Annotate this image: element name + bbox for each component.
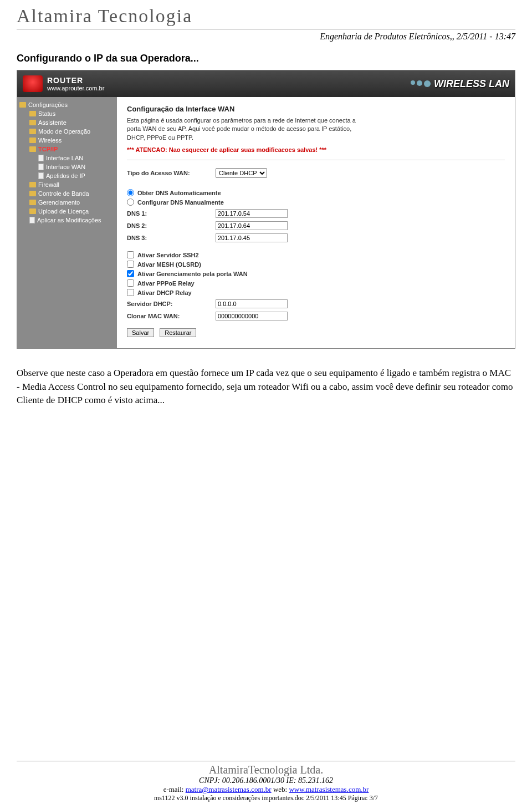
sidebar-item-label: Aplicar as Modificações — [37, 217, 101, 223]
page-icon — [38, 172, 44, 179]
sidebar-item[interactable]: Interface LAN — [19, 154, 115, 162]
header-meta: Engenharia de Produtos Eletrônicos,, 2/5… — [17, 32, 515, 42]
page-icon — [38, 164, 44, 170]
pppoe-relay-checkbox[interactable] — [127, 279, 134, 287]
footer-cnpj: CNPJ: 00.206.186.0001/30 IE: 85.231.162 — [17, 776, 515, 785]
save-button[interactable]: Salvar — [127, 328, 154, 337]
folder-icon — [29, 182, 36, 187]
sidebar-item[interactable]: Status — [19, 109, 115, 118]
dhcp-relay-checkbox[interactable] — [127, 289, 134, 296]
content-warning: *** ATENCAO: Nao esquecer de aplicar sua… — [127, 146, 505, 153]
sidebar-item-label: Gerenciamento — [38, 199, 80, 206]
folder-icon — [29, 146, 36, 152]
footer-meta: ms1122 v3.0 instalação e considerações i… — [17, 794, 515, 802]
sidebar-item-label: Controle de Banda — [38, 190, 89, 197]
ssh2-checkbox[interactable] — [127, 251, 134, 258]
folder-icon — [29, 208, 36, 214]
sidebar-item-label: Status — [38, 110, 55, 117]
sidebar-item[interactable]: Apelidos de IP — [19, 171, 115, 180]
folder-icon — [29, 191, 36, 196]
wan-type-select[interactable]: Cliente DHCP — [216, 168, 267, 178]
body-paragraph: Observe que neste caso a Operadora em qu… — [17, 367, 515, 408]
dns3-input[interactable] — [216, 233, 288, 242]
signal-dots-icon — [411, 80, 431, 87]
router-sidebar: ConfiguraçõesStatusAssistenteModo de Ope… — [17, 97, 117, 348]
sidebar-item[interactable]: Assistente — [19, 118, 115, 127]
dns-auto-radio[interactable] — [127, 189, 134, 196]
router-brand: ROUTER www.aprouter.com.br — [23, 75, 104, 92]
dns3-label: DNS 3: — [127, 235, 216, 241]
clone-mac-label: Clonar MAC WAN: — [127, 313, 216, 319]
page-footer: AltamiraTecnologia Ltda. CNPJ: 00.206.18… — [17, 761, 515, 802]
folder-icon — [29, 111, 36, 116]
page-icon — [38, 155, 44, 161]
router-banner: ROUTER www.aprouter.com.br WIRELESS LAN — [17, 70, 515, 97]
content-title: Configuração da Interface WAN — [127, 105, 505, 113]
footer-web-link[interactable]: www.matrasistemas.com.br — [289, 785, 369, 793]
page-icon — [29, 217, 35, 223]
sidebar-item-label: TCP/IP — [38, 146, 58, 152]
sidebar-item[interactable]: Modo de Operação — [19, 127, 115, 136]
sidebar-item-label: Interface LAN — [46, 155, 83, 161]
sidebar-item[interactable]: Upload de Licença — [19, 207, 115, 216]
sidebar-item-label: Upload de Licença — [38, 208, 89, 215]
sidebar-item[interactable]: Firewall — [19, 180, 115, 189]
footer-email-label: e-mail: — [163, 785, 186, 793]
pppoe-relay-label: Ativar PPPoE Relay — [137, 280, 195, 287]
folder-icon — [29, 129, 36, 134]
sidebar-item[interactable]: Controle de Banda — [19, 189, 115, 198]
content-intro: Esta página é usada configurar os parâme… — [127, 116, 365, 142]
mesh-checkbox[interactable] — [127, 261, 134, 268]
router-url: www.aprouter.com.br — [47, 85, 104, 91]
folder-icon — [29, 120, 36, 125]
ssh2-label: Ativar Servidor SSH2 — [137, 252, 199, 258]
footer-company: AltamiraTecnologia Ltda. — [17, 764, 515, 776]
sidebar-item-label: Interface WAN — [46, 164, 85, 170]
footer-divider — [17, 761, 515, 761]
sidebar-item[interactable]: Wireless — [19, 136, 115, 145]
wan-type-label: Tipo do Acesso WAN: — [127, 170, 216, 176]
header-divider — [17, 29, 515, 29]
router-content: Configuração da Interface WAN Esta págin… — [117, 97, 515, 348]
sidebar-item-label: Modo de Operação — [38, 128, 90, 135]
router-brand-name: ROUTER — [47, 76, 104, 85]
router-logo-icon — [23, 75, 43, 92]
dns1-input[interactable] — [216, 209, 288, 218]
sidebar-item-label: Assistente — [38, 119, 66, 126]
mesh-label: Ativar MESH (OLSRD) — [137, 261, 201, 268]
folder-icon — [29, 138, 36, 143]
sidebar-item[interactable]: Aplicar as Modificações — [19, 216, 115, 225]
document-title: Altamira Tecnologia — [17, 6, 515, 29]
wan-mgmt-checkbox[interactable] — [127, 270, 134, 277]
section-heading: Configurando o IP da sua Operadora... — [17, 53, 515, 64]
dns1-label: DNS 1: — [127, 210, 216, 217]
sidebar-item-label: Configurações — [28, 101, 68, 108]
dhcp-server-input[interactable] — [216, 299, 288, 308]
footer-email-link[interactable]: matra@matrasistemas.com.br — [186, 785, 272, 793]
sidebar-item[interactable]: Interface WAN — [19, 162, 115, 171]
dns-manual-label: Configurar DNS Manualmente — [137, 199, 224, 206]
router-screenshot: ROUTER www.aprouter.com.br WIRELESS LAN … — [17, 70, 515, 349]
content-divider — [127, 160, 505, 160]
restore-button[interactable]: Restaurar — [160, 328, 196, 337]
sidebar-item[interactable]: TCP/IP — [19, 145, 115, 154]
wireless-lan-label: WIRELESS LAN — [411, 78, 509, 90]
sidebar-item[interactable]: Configurações — [19, 100, 115, 109]
sidebar-item-label: Firewall — [38, 181, 59, 188]
sidebar-item-label: Wireless — [38, 137, 62, 144]
folder-icon — [19, 102, 26, 108]
sidebar-item-label: Apelidos de IP — [46, 172, 85, 179]
clone-mac-input[interactable] — [216, 312, 288, 320]
dhcp-relay-label: Ativar DHCP Relay — [137, 289, 192, 296]
dhcp-server-label: Servidor DHCP: — [127, 301, 216, 307]
dns2-input[interactable] — [216, 221, 288, 230]
dns-auto-label: Obter DNS Automaticamente — [137, 190, 221, 196]
dns2-label: DNS 2: — [127, 222, 216, 229]
folder-icon — [29, 200, 36, 205]
dns-manual-radio[interactable] — [127, 199, 134, 206]
footer-web-label: web: — [272, 785, 289, 793]
wan-mgmt-label: Ativar Gerenciamento pela porta WAN — [137, 271, 248, 277]
sidebar-item[interactable]: Gerenciamento — [19, 198, 115, 207]
